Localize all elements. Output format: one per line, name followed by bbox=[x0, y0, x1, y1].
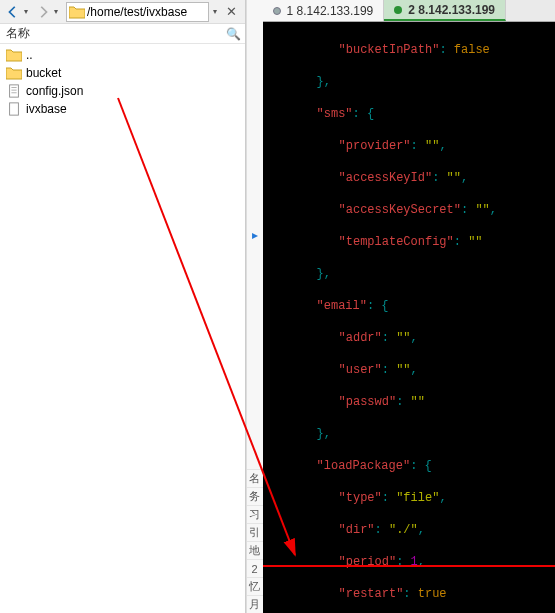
file-label: bucket bbox=[26, 66, 239, 80]
strip-char[interactable]: 2 bbox=[247, 559, 263, 577]
strip-collapse-icon[interactable]: ▸ bbox=[247, 0, 263, 469]
strip-char[interactable]: 忆 bbox=[247, 577, 263, 595]
back-dropdown[interactable]: ▾ bbox=[24, 7, 32, 16]
forward-button[interactable] bbox=[34, 3, 52, 21]
strip-char[interactable]: 习 bbox=[247, 505, 263, 523]
index-strip: ▸ 名 务 习 引 地 2 忆 月 bbox=[246, 0, 263, 613]
tab-label: 1 8.142.133.199 bbox=[287, 4, 374, 18]
name-column: 名称 bbox=[6, 25, 223, 42]
file-label: .. bbox=[26, 48, 239, 62]
strip-char[interactable]: 名 bbox=[247, 469, 263, 487]
column-header[interactable]: 名称 🔍 bbox=[0, 24, 245, 44]
file-icon bbox=[6, 101, 22, 117]
status-dot-icon bbox=[273, 7, 281, 15]
forward-dropdown[interactable]: ▾ bbox=[54, 7, 62, 16]
file-item-config[interactable]: config.json bbox=[0, 82, 245, 100]
folder-icon bbox=[6, 47, 22, 63]
file-item-bucket[interactable]: bucket bbox=[0, 64, 245, 82]
file-list: .. bucket config.json ivxbase bbox=[0, 44, 245, 613]
annotation-underline bbox=[263, 565, 555, 567]
file-icon bbox=[6, 83, 22, 99]
back-button[interactable] bbox=[4, 3, 22, 21]
file-label: ivxbase bbox=[26, 102, 239, 116]
file-label: config.json bbox=[26, 84, 239, 98]
terminal-content[interactable]: "bucketInPath": false }, "sms": { "provi… bbox=[263, 22, 555, 613]
file-item-ivxbase[interactable]: ivxbase bbox=[0, 100, 245, 118]
tab-session-1[interactable]: 1 8.142.133.199 bbox=[263, 0, 385, 21]
file-toolbar: ▾ ▾ /home/test/ivxbase ▾ ✕ bbox=[0, 0, 245, 24]
strip-char[interactable]: 务 bbox=[247, 487, 263, 505]
folder-icon bbox=[6, 65, 22, 81]
search-icon[interactable]: 🔍 bbox=[223, 27, 245, 41]
close-icon[interactable]: ✕ bbox=[223, 4, 241, 19]
strip-char[interactable]: 月 bbox=[247, 595, 263, 613]
terminal-pane: 1 8.142.133.199 2 8.142.133.199 "bucketI… bbox=[263, 0, 555, 613]
address-dropdown[interactable]: ▾ bbox=[213, 7, 221, 16]
folder-icon bbox=[69, 5, 85, 19]
status-dot-icon bbox=[394, 6, 402, 14]
tab-session-2[interactable]: 2 8.142.133.199 bbox=[384, 0, 506, 21]
strip-char[interactable]: 引 bbox=[247, 523, 263, 541]
tab-label: 2 8.142.133.199 bbox=[408, 3, 495, 17]
address-bar[interactable]: /home/test/ivxbase bbox=[66, 2, 209, 22]
file-item-parent[interactable]: .. bbox=[0, 46, 245, 64]
terminal-tabs: 1 8.142.133.199 2 8.142.133.199 bbox=[263, 0, 555, 22]
svg-rect-0 bbox=[10, 85, 19, 97]
address-path: /home/test/ivxbase bbox=[87, 5, 187, 19]
strip-char[interactable]: 地 bbox=[247, 541, 263, 559]
svg-rect-4 bbox=[10, 103, 19, 115]
file-browser-pane: ▾ ▾ /home/test/ivxbase ▾ ✕ 名称 🔍 .. bucke… bbox=[0, 0, 246, 613]
